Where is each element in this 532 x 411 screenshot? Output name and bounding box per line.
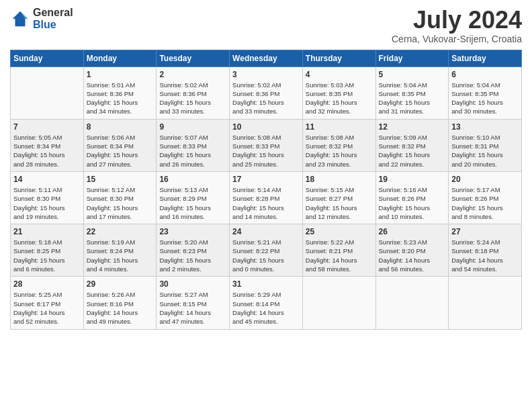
- calendar-cell: 12Sunrise: 5:09 AM Sunset: 8:32 PM Dayli…: [375, 119, 449, 171]
- calendar-cell: 19Sunrise: 5:16 AM Sunset: 8:26 PM Dayli…: [375, 171, 449, 224]
- calendar-cell: 4Sunrise: 5:03 AM Sunset: 8:35 PM Daylig…: [302, 66, 375, 119]
- day-info: Sunrise: 5:13 AM Sunset: 8:29 PM Dayligh…: [159, 185, 226, 221]
- calendar-cell: 18Sunrise: 5:15 AM Sunset: 8:27 PM Dayli…: [302, 171, 375, 224]
- day-number: 12: [379, 122, 446, 132]
- calendar-cell: 26Sunrise: 5:23 AM Sunset: 8:20 PM Dayli…: [375, 224, 449, 277]
- day-number: 23: [159, 227, 226, 236]
- day-info: Sunrise: 5:18 AM Sunset: 8:25 PM Dayligh…: [13, 238, 81, 273]
- day-info: Sunrise: 5:01 AM Sunset: 8:36 PM Dayligh…: [87, 81, 154, 116]
- calendar-cell: [375, 277, 449, 329]
- day-number: 5: [379, 70, 446, 79]
- day-number: 21: [13, 227, 81, 236]
- day-number: 31: [232, 279, 300, 289]
- day-info: Sunrise: 5:23 AM Sunset: 8:20 PM Dayligh…: [379, 238, 446, 273]
- calendar-cell: 22Sunrise: 5:19 AM Sunset: 8:24 PM Dayli…: [83, 224, 157, 277]
- day-info: Sunrise: 5:07 AM Sunset: 8:33 PM Dayligh…: [159, 133, 226, 169]
- calendar-week-row: 1Sunrise: 5:01 AM Sunset: 8:36 PM Daylig…: [11, 66, 522, 119]
- calendar-cell: 2Sunrise: 5:02 AM Sunset: 8:36 PM Daylig…: [157, 66, 230, 119]
- calendar-cell: 6Sunrise: 5:04 AM Sunset: 8:35 PM Daylig…: [449, 66, 522, 119]
- day-info: Sunrise: 5:19 AM Sunset: 8:24 PM Dayligh…: [87, 238, 154, 273]
- day-info: Sunrise: 5:24 AM Sunset: 8:18 PM Dayligh…: [451, 238, 519, 273]
- day-number: 22: [87, 227, 154, 236]
- calendar-cell: 11Sunrise: 5:08 AM Sunset: 8:32 PM Dayli…: [302, 119, 375, 171]
- day-number: 20: [451, 175, 519, 184]
- calendar-cell: 17Sunrise: 5:14 AM Sunset: 8:28 PM Dayli…: [230, 171, 303, 224]
- weekday-header-friday: Friday: [375, 50, 449, 66]
- day-number: 10: [232, 122, 300, 132]
- day-number: 16: [159, 175, 226, 184]
- weekday-header-monday: Monday: [83, 50, 157, 66]
- day-number: 8: [87, 122, 154, 132]
- logo: General Blue: [10, 7, 73, 30]
- day-number: 11: [306, 122, 373, 132]
- weekday-header-saturday: Saturday: [449, 50, 522, 66]
- day-number: 29: [87, 279, 154, 289]
- calendar-cell: 23Sunrise: 5:20 AM Sunset: 8:23 PM Dayli…: [157, 224, 230, 277]
- calendar-cell: 8Sunrise: 5:06 AM Sunset: 8:34 PM Daylig…: [83, 119, 157, 171]
- calendar-cell: 1Sunrise: 5:01 AM Sunset: 8:36 PM Daylig…: [83, 66, 157, 119]
- day-number: 2: [159, 70, 226, 79]
- weekday-header-thursday: Thursday: [302, 50, 375, 66]
- day-number: 9: [159, 122, 226, 132]
- day-number: 7: [13, 122, 81, 132]
- calendar-cell: 7Sunrise: 5:05 AM Sunset: 8:34 PM Daylig…: [11, 119, 84, 171]
- day-number: 6: [451, 70, 519, 79]
- day-info: Sunrise: 5:09 AM Sunset: 8:32 PM Dayligh…: [379, 133, 446, 169]
- calendar-cell: [449, 277, 522, 329]
- day-info: Sunrise: 5:21 AM Sunset: 8:22 PM Dayligh…: [232, 238, 300, 273]
- day-number: 30: [159, 279, 226, 289]
- calendar-cell: 15Sunrise: 5:12 AM Sunset: 8:30 PM Dayli…: [83, 171, 157, 224]
- weekday-header-sunday: Sunday: [11, 50, 84, 66]
- calendar-cell: 31Sunrise: 5:29 AM Sunset: 8:14 PM Dayli…: [230, 277, 303, 329]
- location: Cerna, Vukovar-Srijem, Croatia: [392, 34, 522, 44]
- calendar-cell: 24Sunrise: 5:21 AM Sunset: 8:22 PM Dayli…: [230, 224, 303, 277]
- day-number: 17: [232, 175, 300, 184]
- calendar-cell: 28Sunrise: 5:25 AM Sunset: 8:17 PM Dayli…: [11, 277, 84, 329]
- day-number: 1: [87, 70, 154, 79]
- calendar-week-row: 7Sunrise: 5:05 AM Sunset: 8:34 PM Daylig…: [11, 119, 522, 171]
- day-number: 25: [306, 227, 373, 236]
- day-info: Sunrise: 5:05 AM Sunset: 8:34 PM Dayligh…: [13, 133, 81, 169]
- calendar-cell: [11, 66, 84, 119]
- title-block: July 2024 Cerna, Vukovar-Srijem, Croatia: [392, 7, 522, 44]
- calendar-cell: [302, 277, 375, 329]
- day-info: Sunrise: 5:11 AM Sunset: 8:30 PM Dayligh…: [13, 185, 81, 221]
- page: General Blue July 2024 Cerna, Vukovar-Sr…: [0, 0, 532, 411]
- day-info: Sunrise: 5:27 AM Sunset: 8:15 PM Dayligh…: [159, 290, 226, 326]
- day-number: 19: [379, 175, 446, 184]
- calendar-cell: 16Sunrise: 5:13 AM Sunset: 8:29 PM Dayli…: [157, 171, 230, 224]
- day-info: Sunrise: 5:06 AM Sunset: 8:34 PM Dayligh…: [87, 133, 154, 169]
- day-info: Sunrise: 5:08 AM Sunset: 8:32 PM Dayligh…: [306, 133, 373, 169]
- day-info: Sunrise: 5:26 AM Sunset: 8:16 PM Dayligh…: [87, 290, 154, 326]
- day-info: Sunrise: 5:17 AM Sunset: 8:26 PM Dayligh…: [451, 185, 519, 221]
- day-info: Sunrise: 5:10 AM Sunset: 8:31 PM Dayligh…: [451, 133, 519, 169]
- logo-text: General Blue: [33, 7, 73, 30]
- day-number: 13: [451, 122, 519, 132]
- calendar-cell: 30Sunrise: 5:27 AM Sunset: 8:15 PM Dayli…: [157, 277, 230, 329]
- calendar-week-row: 21Sunrise: 5:18 AM Sunset: 8:25 PM Dayli…: [11, 224, 522, 277]
- day-info: Sunrise: 5:29 AM Sunset: 8:14 PM Dayligh…: [232, 290, 300, 326]
- day-info: Sunrise: 5:16 AM Sunset: 8:26 PM Dayligh…: [379, 185, 446, 221]
- day-info: Sunrise: 5:08 AM Sunset: 8:33 PM Dayligh…: [232, 133, 300, 169]
- calendar-cell: 5Sunrise: 5:04 AM Sunset: 8:35 PM Daylig…: [375, 66, 449, 119]
- day-number: 14: [13, 175, 81, 184]
- day-info: Sunrise: 5:25 AM Sunset: 8:17 PM Dayligh…: [13, 290, 81, 326]
- calendar-table: SundayMondayTuesdayWednesdayThursdayFrid…: [10, 50, 522, 330]
- weekday-header-row: SundayMondayTuesdayWednesdayThursdayFrid…: [11, 50, 522, 66]
- day-info: Sunrise: 5:12 AM Sunset: 8:30 PM Dayligh…: [87, 185, 154, 221]
- day-number: 3: [232, 70, 300, 79]
- day-number: 26: [379, 227, 446, 236]
- calendar-cell: 9Sunrise: 5:07 AM Sunset: 8:33 PM Daylig…: [157, 119, 230, 171]
- day-info: Sunrise: 5:03 AM Sunset: 8:35 PM Dayligh…: [306, 81, 373, 116]
- day-number: 18: [306, 175, 373, 184]
- header: General Blue July 2024 Cerna, Vukovar-Sr…: [10, 7, 522, 44]
- calendar-cell: 13Sunrise: 5:10 AM Sunset: 8:31 PM Dayli…: [449, 119, 522, 171]
- day-info: Sunrise: 5:20 AM Sunset: 8:23 PM Dayligh…: [159, 238, 226, 273]
- day-info: Sunrise: 5:02 AM Sunset: 8:36 PM Dayligh…: [159, 81, 226, 116]
- weekday-header-wednesday: Wednesday: [230, 50, 303, 66]
- calendar-cell: 25Sunrise: 5:22 AM Sunset: 8:21 PM Dayli…: [302, 224, 375, 277]
- day-info: Sunrise: 5:22 AM Sunset: 8:21 PM Dayligh…: [306, 238, 373, 273]
- day-info: Sunrise: 5:02 AM Sunset: 8:36 PM Dayligh…: [232, 81, 300, 116]
- day-number: 24: [232, 227, 300, 236]
- calendar-cell: 21Sunrise: 5:18 AM Sunset: 8:25 PM Dayli…: [11, 224, 84, 277]
